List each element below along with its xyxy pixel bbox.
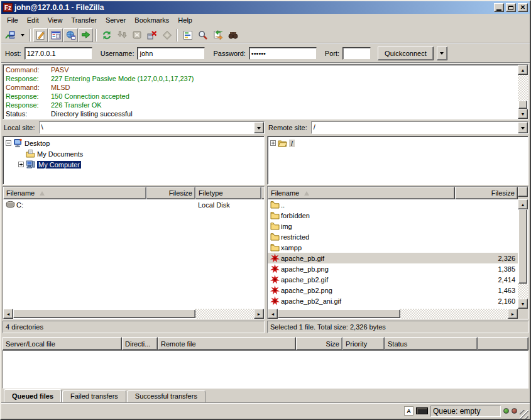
site-manager-button[interactable]: [3, 28, 18, 42]
close-button[interactable]: ✕: [518, 3, 528, 12]
column-filetype[interactable]: Filetype: [195, 187, 261, 199]
column-filler: [478, 337, 528, 350]
process-queue-button[interactable]: [114, 28, 129, 42]
expand-icon[interactable]: [270, 140, 276, 146]
speed-limit-icon[interactable]: [416, 407, 428, 414]
toggle-local-tree-button[interactable]: [48, 28, 63, 42]
refresh-button[interactable]: [99, 28, 114, 42]
minimize-button[interactable]: [494, 3, 504, 12]
toggle-transfer-queue-button[interactable]: [79, 28, 93, 42]
menu-transfer[interactable]: Transfer: [67, 15, 101, 25]
scroll-track[interactable]: [518, 75, 528, 101]
find-files-button[interactable]: [226, 28, 240, 42]
remote-row-restricted[interactable]: restricted: [268, 231, 518, 242]
column-size[interactable]: Size: [296, 337, 342, 350]
message-log-content: Command:PASV Response:227 Entering Passi…: [3, 65, 518, 119]
close-icon: ✕: [520, 4, 525, 11]
host-input[interactable]: [25, 47, 92, 60]
tree-item-root[interactable]: /: [268, 138, 528, 148]
column-last-modified[interactable]: L: [261, 187, 265, 199]
remote-row-parent-dir[interactable]: ..: [268, 199, 518, 210]
scroll-left-icon[interactable]: ◄: [268, 309, 278, 319]
scroll-track[interactable]: [195, 309, 254, 319]
collapse-icon[interactable]: [6, 140, 11, 146]
tree-item-my-documents[interactable]: My Documents: [3, 148, 264, 159]
scroll-track[interactable]: [400, 309, 508, 319]
remote-row-apache-pb-gif[interactable]: apache_pb.gif2,326: [268, 253, 518, 263]
ascii-transfer-type-icon[interactable]: A: [404, 406, 413, 416]
toggle-message-log-button[interactable]: [33, 28, 48, 42]
cancel-operation-button[interactable]: [129, 28, 144, 42]
maximize-button[interactable]: [506, 3, 516, 12]
quickconnect-button[interactable]: Quickconnect: [378, 47, 434, 60]
menu-view[interactable]: View: [43, 15, 67, 25]
reconnect-button[interactable]: [160, 28, 174, 42]
local-row-c-drive[interactable]: C: Local Disk: [3, 199, 264, 210]
disconnect-button[interactable]: [145, 28, 159, 42]
tab-queued-files[interactable]: Queued files: [4, 389, 62, 402]
column-server-local-file[interactable]: Server/Local file: [3, 337, 122, 350]
remote-row-apache-pb2-png[interactable]: apache_pb2.png1,463: [268, 285, 518, 296]
column-filesize[interactable]: Filesize: [455, 187, 518, 199]
tab-failed-transfers[interactable]: Failed transfers: [62, 390, 126, 402]
tree-item-my-computer[interactable]: My Computer: [3, 159, 264, 170]
remote-site-combo[interactable]: /: [311, 121, 528, 134]
scroll-thumb[interactable]: [13, 309, 195, 318]
username-input[interactable]: [137, 47, 205, 60]
resize-grip[interactable]: [520, 410, 528, 419]
scroll-thumb[interactable]: [278, 309, 400, 318]
menu-help[interactable]: Help: [173, 15, 197, 25]
local-site-dropdown-button[interactable]: [254, 122, 264, 133]
filename: apache_pb2.png: [281, 287, 332, 294]
scroll-right-icon[interactable]: ►: [254, 309, 264, 319]
toggle-remote-tree-button[interactable]: [63, 28, 78, 42]
scroll-thumb[interactable]: [518, 101, 527, 109]
remote-row-apache-pb-png[interactable]: apache_pb.png1,385: [268, 263, 518, 274]
scroll-down-icon[interactable]: ▼: [518, 109, 528, 119]
menu-file[interactable]: File: [3, 15, 23, 25]
scroll-up-icon[interactable]: ▲: [518, 65, 528, 75]
directory-comparison-button[interactable]: [211, 28, 225, 42]
queue-header: Server/Local file Directi... Remote file…: [3, 337, 528, 350]
column-filesize[interactable]: Filesize: [146, 187, 195, 199]
scroll-up-icon[interactable]: ▲: [518, 199, 528, 209]
scroll-left-icon[interactable]: ◄: [3, 309, 13, 319]
queue-body[interactable]: [3, 350, 528, 389]
remote-row-apache-pb2-ani-gif[interactable]: apache_pb2_ani.gif2,160: [268, 296, 518, 306]
filename: apache_pb2.gif: [281, 276, 328, 284]
scroll-down-icon[interactable]: ▼: [518, 299, 528, 309]
scroll-right-icon[interactable]: ►: [508, 309, 518, 319]
tree-item-desktop[interactable]: Desktop: [3, 138, 264, 148]
quickconnect-dropdown-button[interactable]: [437, 47, 447, 60]
local-horizontal-scrollbar[interactable]: ◄ ►: [3, 309, 264, 319]
remote-vertical-scrollbar[interactable]: ▲ ▼: [518, 199, 528, 309]
column-remote-file[interactable]: Remote file: [158, 337, 296, 350]
search-button[interactable]: [195, 28, 210, 42]
remote-horizontal-scrollbar[interactable]: ◄ ►: [268, 309, 528, 319]
menu-bookmarks[interactable]: Bookmarks: [130, 15, 173, 25]
column-direction[interactable]: Directi...: [122, 337, 158, 350]
column-priority[interactable]: Priority: [342, 337, 385, 350]
expand-icon[interactable]: [18, 162, 24, 167]
port-input[interactable]: [342, 47, 371, 60]
menu-edit[interactable]: Edit: [23, 15, 43, 25]
local-site-combo[interactable]: \: [39, 121, 265, 134]
password-input[interactable]: [249, 47, 317, 60]
log-vertical-scrollbar[interactable]: ▲ ▼: [518, 65, 528, 119]
scroll-track[interactable]: [518, 284, 528, 299]
scroll-thumb[interactable]: [518, 209, 527, 284]
remote-row-forbidden[interactable]: forbidden: [268, 210, 518, 221]
site-manager-dropdown-button[interactable]: [18, 28, 27, 42]
remote-site-dropdown-button[interactable]: [518, 122, 528, 133]
tab-successful-transfers[interactable]: Successful transfers: [127, 390, 205, 402]
column-filename[interactable]: Filename: [3, 187, 146, 199]
remote-site-value: /: [312, 122, 518, 133]
menu-server[interactable]: Server: [101, 15, 130, 25]
remote-row-img[interactable]: img: [268, 221, 518, 231]
menu-bar: File Edit View Transfer Server Bookmarks…: [1, 14, 530, 26]
column-status[interactable]: Status: [385, 337, 478, 350]
remote-row-apache-pb2-gif[interactable]: apache_pb2.gif2,414: [268, 274, 518, 285]
filter-button[interactable]: [180, 28, 195, 42]
column-filename[interactable]: Filename: [268, 187, 455, 199]
remote-row-xampp[interactable]: xampp: [268, 242, 518, 253]
